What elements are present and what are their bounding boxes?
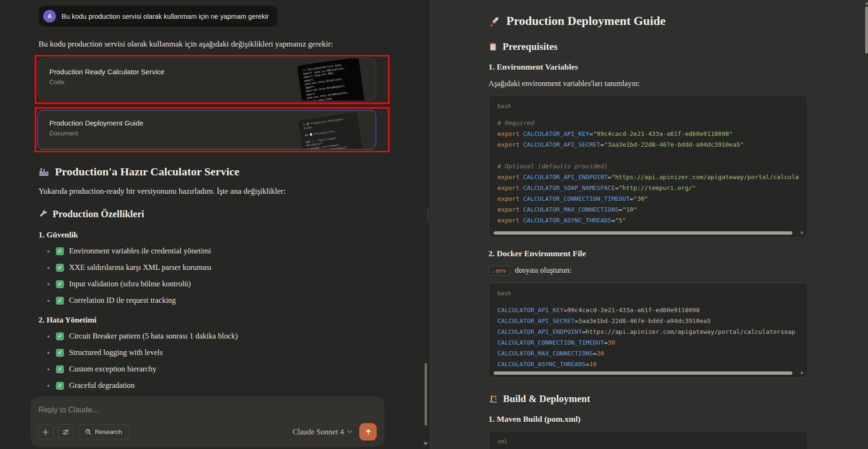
feature-item-text: Circuit Breaker pattern (5 hata sonrası … — [69, 331, 238, 341]
user-message-text: Bu kodu production servisi olarak kullan… — [62, 13, 269, 20]
tools-button[interactable] — [58, 424, 74, 440]
check-icon: ✓ — [56, 349, 64, 357]
bullet-dot: • — [47, 280, 51, 288]
crane-icon — [488, 394, 498, 403]
document-thumbnail: # 🚀 Production DeploymentGuide ## 📋 Prer… — [297, 111, 365, 150]
artifact-card-code[interactable]: Production Ready Calculator Service Code… — [38, 58, 376, 101]
feature-list-item: •✓XXE saldırılarına karşı XML parser kor… — [47, 263, 392, 272]
composer: Reply to Claude... — [31, 397, 384, 447]
code-content: CALCULATOR_API_KEY=99c4cacd-2e21-433a-a6… — [497, 305, 799, 370]
bullet-dot: • — [47, 349, 51, 357]
model-selector[interactable]: Claude Sonnet 4 — [293, 427, 352, 437]
feature-item-text: Input validation (sıfıra bölme kontrolü) — [69, 279, 191, 289]
bullet-dot: • — [47, 264, 51, 272]
artifact-title: Production Deployment Guide — [488, 13, 808, 29]
response-heading-text: Production'a Hazır Calculator Service — [55, 165, 240, 179]
code-hscrollbar-right-arrow-icon[interactable] — [801, 231, 804, 235]
code-language-label: bash — [497, 103, 799, 110]
check-icon: ✓ — [56, 264, 64, 272]
research-button[interactable]: Research — [78, 424, 129, 440]
code-thumbnail: // CalculatorService.javaimport java.io.… — [297, 58, 366, 101]
artifact-card-document[interactable]: Production Deployment Guide Document # 🚀… — [38, 110, 376, 150]
response-paragraph: Yukarıda production-ready bir versiyonun… — [39, 185, 392, 197]
response-heading: Production'a Hazır Calculator Service — [39, 165, 392, 179]
code-hscrollbar-thumb[interactable] — [494, 371, 792, 375]
code-block-env-file: bash CALCULATOR_API_KEY=99c4cacd-2e21-43… — [488, 283, 808, 378]
feature-list-item: •✓Circuit Breaker pattern (5 hata sonras… — [47, 331, 392, 341]
maven-build-heading: 1. Maven Build (pom.xml) — [488, 413, 808, 425]
factory-icon — [39, 166, 50, 177]
features-heading: Production Özellikleri — [39, 208, 392, 220]
docker-env-paragraph-text: dosyası oluşturun: — [513, 266, 572, 275]
user-avatar: A — [43, 10, 56, 23]
wrench-icon — [39, 209, 48, 219]
reply-input[interactable]: Reply to Claude... — [31, 397, 384, 414]
rocket-icon — [488, 15, 501, 27]
docker-env-paragraph: .env dosyası oluşturun: — [488, 265, 808, 276]
add-attachment-button[interactable] — [38, 424, 54, 440]
feature-list-item: •✓Environment variables ile credential y… — [47, 246, 392, 256]
chat-scrollbar-down-arrow-icon[interactable] — [423, 442, 428, 445]
check-icon: ✓ — [56, 247, 64, 255]
env-file-inline-code: .env — [488, 266, 510, 276]
code-language-label: bash — [497, 290, 799, 297]
feature-list-item: •✓Custom exception hierarchy — [47, 364, 392, 374]
user-message-bubble: A Bu kodu production servisi olarak kull… — [39, 6, 278, 27]
feature-list-item: •✓Graceful degradation — [47, 381, 392, 390]
check-icon: ✓ — [56, 297, 64, 305]
code-hscrollbar-right-arrow-icon[interactable] — [801, 371, 804, 375]
code-content: # Required export CALCULATOR_API_KEY="99… — [497, 118, 799, 226]
check-icon: ✓ — [56, 280, 64, 288]
check-icon: ✓ — [56, 382, 64, 390]
feature-item-text: Structured logging with levels — [69, 348, 163, 357]
plus-icon — [42, 428, 49, 436]
chevron-down-icon — [347, 430, 352, 433]
feature-section-heading: 1. Güvenlik — [39, 229, 392, 241]
code-block-maven: xml — [488, 431, 808, 449]
feature-item-text: Correlation ID ile request tracking — [69, 296, 176, 305]
check-icon: ✓ — [56, 365, 64, 373]
feature-item-text: XXE saldırılarına karşı XML parser korum… — [69, 263, 211, 272]
artifact-title-text: Production Deployment Guide — [506, 13, 666, 29]
features-heading-text: Production Özellikleri — [53, 208, 144, 220]
bullet-dot: • — [47, 247, 51, 255]
env-variables-paragraph: Aşağıdaki environment variables'ları tan… — [488, 78, 808, 89]
bullet-dot: • — [47, 297, 51, 305]
prerequisites-heading-text: Prerequisites — [503, 40, 558, 53]
build-deployment-heading-text: Build & Deployment — [503, 392, 590, 405]
bullet-dot: • — [47, 382, 51, 390]
feature-list: •✓Circuit Breaker pattern (5 hata sonras… — [35, 331, 392, 390]
feature-item-text: Custom exception hierarchy — [69, 364, 156, 374]
research-magnifier-icon — [85, 428, 92, 435]
feature-list-item: •✓Input validation (sıfıra bölme kontrol… — [47, 279, 392, 289]
artifact-panel: Production Deployment Guide Prerequisite… — [431, 0, 868, 449]
chat-scrollbar-thumb[interactable] — [425, 363, 427, 425]
feature-item-text: Environment variables ile credential yön… — [69, 246, 211, 256]
env-variables-heading: 1. Environment Variables — [488, 61, 808, 72]
code-language-label: xml — [497, 438, 799, 445]
build-deployment-heading: Build & Deployment — [488, 392, 808, 405]
clipboard-icon — [488, 42, 497, 51]
feature-list-item: •✓Correlation ID ile request tracking — [47, 296, 392, 305]
code-block-env-exports: bash # Required export CALCULATOR_API_KE… — [488, 95, 808, 238]
research-button-label: Research — [95, 428, 122, 435]
artifact-scrollbar-up-arrow-icon[interactable] — [865, 2, 868, 5]
model-selector-label: Claude Sonnet 4 — [293, 427, 344, 437]
annotation-box-document-card: Production Deployment Guide Document # 🚀… — [35, 107, 389, 152]
check-icon: ✓ — [56, 332, 64, 340]
code-hscrollbar-thumb[interactable] — [494, 231, 792, 235]
arrow-up-icon — [364, 428, 372, 436]
chat-panel: A Bu kodu production servisi olarak kull… — [0, 0, 430, 449]
docker-env-heading: 2. Docker Environment File — [488, 248, 808, 259]
bullet-dot: • — [47, 365, 51, 373]
bullet-dot: • — [47, 332, 51, 340]
feature-item-text: Graceful degradation — [69, 381, 135, 390]
annotation-box-code-card: Production Ready Calculator Service Code… — [35, 55, 389, 104]
artifact-scrollbar-thumb[interactable] — [865, 7, 868, 54]
feature-list: •✓Environment variables ile credential y… — [35, 246, 392, 305]
feature-list-item: •✓Structured logging with levels — [47, 348, 392, 357]
prerequisites-heading: Prerequisites — [488, 40, 808, 53]
send-button[interactable] — [359, 423, 377, 441]
assistant-intro-text: Bu kodu production servisi olarak kullan… — [39, 39, 392, 49]
sliders-icon — [62, 428, 70, 436]
